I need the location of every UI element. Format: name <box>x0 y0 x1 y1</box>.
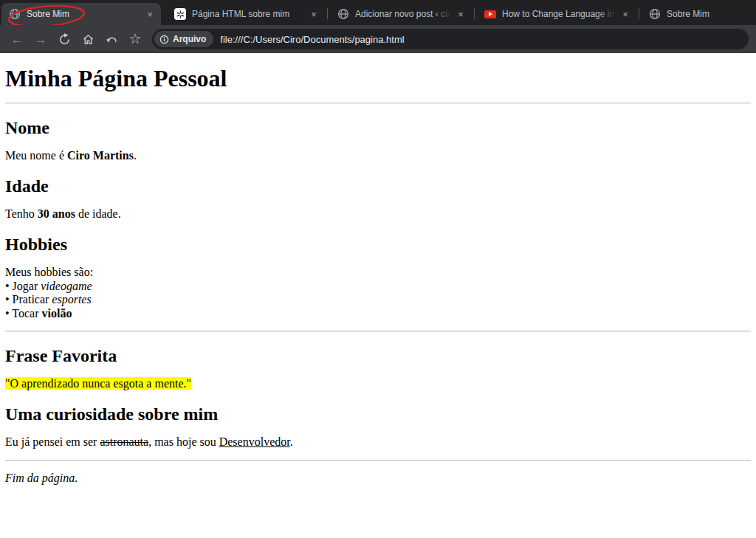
hobby-em: esportes <box>52 293 91 306</box>
tab-pagina-html[interactable]: Página HTML sobre mim × <box>167 3 325 25</box>
tab-separator <box>327 8 328 19</box>
back-button[interactable]: ← <box>6 28 28 50</box>
page-viewport: Minha Página Pessoal Nome Meu nome é Cir… <box>0 53 756 538</box>
chatgpt-icon <box>174 8 186 20</box>
heading-idade: Idade <box>5 176 751 197</box>
paragraph-nome: Meu nome é Ciro Martins. <box>5 149 751 163</box>
youtube-icon <box>484 8 496 20</box>
tab-separator <box>474 8 475 19</box>
heading-curiosidade: Uma curiosidade sobre mim <box>5 404 751 425</box>
close-icon[interactable]: × <box>143 7 157 21</box>
divider <box>5 460 751 461</box>
hobby-item: • Praticar <box>5 293 52 306</box>
tab-youtube-video[interactable]: How to Change Language in Vi × <box>477 3 636 25</box>
paragraph-hobbies: Meus hobbies são: • Jogar videogame • Pr… <box>5 266 751 320</box>
strikethrough-text: astronauta <box>100 435 148 448</box>
divider <box>5 331 751 332</box>
address-bar[interactable]: Arquivo file:///C:/Users/Ciro/Documents/… <box>152 29 749 49</box>
globe-icon <box>649 8 661 20</box>
forward-button[interactable]: → <box>30 28 52 50</box>
name-strong: Ciro Martins <box>67 149 134 162</box>
paragraph-frase: "O aprendizado nunca esgota a mente." <box>5 377 751 391</box>
globe-icon <box>9 8 21 20</box>
title-fade <box>597 3 616 25</box>
site-info-chip[interactable]: Arquivo <box>154 31 213 47</box>
heading-hobbies: Hobbies <box>5 235 751 255</box>
browser-window: Sobre Mim × Página HTML sobre mim × <box>0 0 756 538</box>
heading-frase: Frase Favorita <box>5 346 751 367</box>
close-icon[interactable]: × <box>454 7 467 21</box>
globe-icon <box>337 8 349 20</box>
title-fade <box>432 3 451 25</box>
url-text: file:///C:/Users/Ciro/Documents/pagina.h… <box>220 34 404 45</box>
tab-title: Sobre Mim <box>667 9 756 19</box>
reload-button[interactable] <box>53 28 75 50</box>
hobbies-intro: Meus hobbies são: <box>5 266 93 278</box>
hobby-item: • Tocar <box>5 307 42 320</box>
bookmark-star-icon[interactable]: ☆ <box>124 27 146 49</box>
underlined-text: Desenvolvedor <box>219 435 290 448</box>
hobby-strong: violão <box>42 307 72 320</box>
close-icon[interactable]: × <box>619 7 632 21</box>
paragraph-idade: Tenho 30 anos de idade. <box>5 207 751 221</box>
close-icon[interactable]: × <box>307 7 320 21</box>
paragraph-curiosidade: Eu já pensei em ser astronauta, mas hoje… <box>5 435 751 449</box>
hobby-em: videogame <box>41 280 92 292</box>
tab-sobre-mim-active[interactable]: Sobre Mim × <box>1 3 161 25</box>
file-scheme-label: Arquivo <box>173 34 206 44</box>
hobby-item: • Jogar <box>5 280 41 292</box>
tab-separator <box>639 8 639 19</box>
tab-adicionar-post[interactable]: Adicionar novo post ‹ ciro.dev.b × <box>330 3 472 25</box>
divider <box>5 103 751 104</box>
footer-note: Fim da página. <box>5 472 751 486</box>
undo-arrow-icon[interactable] <box>100 28 123 50</box>
tab-strip: Sobre Mim × Página HTML sobre mim × <box>0 0 756 25</box>
info-icon <box>159 35 169 44</box>
heading-nome: Nome <box>5 118 751 139</box>
browser-toolbar: ← → ☆ <box>0 25 756 53</box>
age-strong: 30 anos <box>38 207 75 220</box>
home-button[interactable] <box>77 28 99 50</box>
tab-title: Página HTML sobre mim <box>192 9 304 19</box>
page-title: Minha Página Pessoal <box>5 66 751 92</box>
tab-title: Sobre Mim <box>27 9 140 19</box>
highlighted-quote: "O aprendizado nunca esgota a mente." <box>5 377 191 390</box>
tab-sobre-mim-2[interactable]: Sobre Mim <box>642 3 756 25</box>
